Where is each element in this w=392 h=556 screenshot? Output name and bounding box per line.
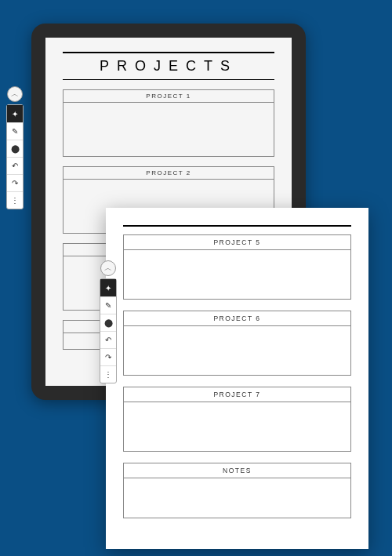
marker-tool-button[interactable]: ⬤ — [7, 140, 23, 157]
more-button[interactable]: ⋮ — [100, 365, 116, 383]
project-label: PROJECT 5 — [124, 235, 350, 250]
project-body[interactable] — [64, 103, 274, 156]
toolbar-strip: ✦ ✎ ⬤ ↶ ↷ ⋮ — [100, 278, 117, 383]
annotation-toolbar: ︿ ✦ ✎ ⬤ ↶ ↷ ⋮ — [6, 86, 24, 209]
project-label: PROJECT 7 — [124, 387, 350, 402]
pencil-tool-button[interactable]: ✎ — [100, 296, 116, 314]
project-box: PROJECT 7 — [123, 387, 351, 452]
annotation-toolbar: ︿ ✦ ✎ ⬤ ↶ ↷ ⋮ — [100, 260, 117, 383]
project-body[interactable] — [124, 250, 350, 299]
rule-line-top — [63, 52, 274, 53]
page-title: PROJECTS — [63, 56, 274, 79]
project-label: PROJECT 2 — [64, 167, 274, 180]
pencil-icon: ✎ — [105, 301, 111, 310]
marker-icon: ⬤ — [104, 318, 113, 327]
pen-icon: ✦ — [12, 110, 18, 118]
undo-icon: ↶ — [105, 336, 111, 344]
pen-icon: ✦ — [105, 284, 111, 293]
notes-body[interactable] — [124, 478, 350, 518]
redo-button[interactable]: ↷ — [7, 174, 23, 191]
project-box: PROJECT 1 — [63, 89, 274, 157]
undo-button[interactable]: ↶ — [7, 157, 23, 174]
rule-line-bottom — [63, 79, 274, 80]
more-button[interactable]: ⋮ — [7, 191, 23, 209]
marker-icon: ⬤ — [11, 144, 20, 153]
template-page-2: PROJECT 5 PROJECT 6 PROJECT 7 NOTES — [106, 208, 368, 549]
toolbar-strip: ✦ ✎ ⬤ ↶ ↷ ⋮ — [6, 104, 24, 209]
pen-tool-button[interactable]: ✦ — [100, 279, 116, 296]
pencil-tool-button[interactable]: ✎ — [7, 122, 23, 140]
project-label: PROJECT 1 — [64, 90, 274, 103]
project-body[interactable] — [124, 402, 350, 451]
pencil-icon: ✎ — [12, 127, 18, 136]
notes-box: NOTES — [123, 463, 351, 518]
redo-button[interactable]: ↷ — [100, 348, 116, 365]
redo-icon: ↷ — [105, 353, 111, 362]
chevron-up-icon: ︿ — [104, 263, 112, 274]
notes-label: NOTES — [124, 463, 350, 478]
more-icon: ⋮ — [104, 370, 112, 379]
chevron-up-icon: ︿ — [11, 89, 19, 100]
collapse-toolbar-button[interactable]: ︿ — [7, 86, 23, 102]
more-icon: ⋮ — [11, 196, 19, 205]
project-label: PROJECT 6 — [124, 311, 350, 326]
project-box: PROJECT 6 — [123, 311, 351, 376]
collapse-toolbar-button[interactable]: ︿ — [100, 260, 116, 276]
rule-line-top — [123, 225, 351, 227]
project-body[interactable] — [124, 326, 350, 375]
project-box: PROJECT 5 — [123, 234, 351, 300]
marker-tool-button[interactable]: ⬤ — [100, 314, 116, 331]
undo-button[interactable]: ↶ — [100, 331, 116, 348]
redo-icon: ↷ — [12, 179, 18, 187]
pen-tool-button[interactable]: ✦ — [7, 105, 23, 122]
undo-icon: ↶ — [12, 162, 18, 170]
